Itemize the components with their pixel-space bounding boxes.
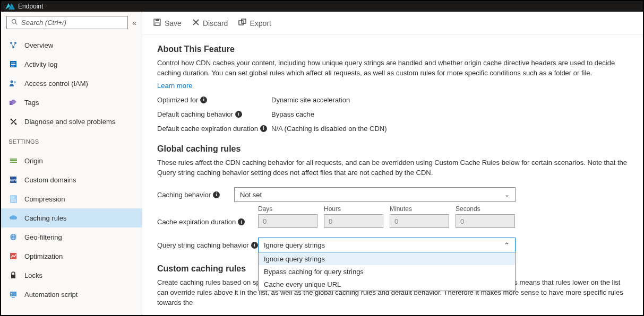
caching-behavior-select[interactable]: Not set ⌄ bbox=[234, 187, 516, 202]
optimized-for-value: Dynamic site acceleration bbox=[271, 96, 350, 104]
hours-input[interactable]: 0 bbox=[324, 214, 383, 228]
sidebar-item-label: Compression bbox=[24, 195, 65, 203]
chevron-up-icon: ⌃ bbox=[504, 241, 510, 249]
days-label: Days bbox=[258, 205, 317, 213]
locks-icon bbox=[8, 270, 18, 280]
sidebar-item-locks[interactable]: Locks bbox=[1, 266, 142, 285]
sidebar-item-label: Tags bbox=[24, 99, 39, 107]
seconds-input[interactable]: 0 bbox=[456, 214, 515, 228]
tags-icon bbox=[8, 98, 18, 107]
discard-button[interactable]: Discard bbox=[192, 19, 228, 28]
svg-point-13 bbox=[11, 81, 13, 83]
svg-rect-24 bbox=[11, 196, 16, 203]
sidebar-item-activity-log[interactable]: Activity log bbox=[1, 55, 142, 74]
sidebar-item-label: Geo-filtering bbox=[24, 233, 62, 241]
save-button[interactable]: Save bbox=[153, 18, 182, 28]
save-icon bbox=[153, 18, 161, 28]
search-placeholder: Search (Ctrl+/) bbox=[21, 19, 66, 27]
caching-behavior-value: Not set bbox=[240, 191, 262, 199]
svg-point-14 bbox=[14, 81, 16, 83]
overview-icon bbox=[8, 40, 18, 50]
app-logo-icon bbox=[5, 3, 15, 10]
svg-line-3 bbox=[15, 23, 17, 24]
sidebar-item-label: Optimization bbox=[24, 252, 63, 260]
svg-text:www: www bbox=[10, 178, 17, 182]
global-rules-title: Global caching rules bbox=[157, 144, 628, 154]
svg-rect-36 bbox=[155, 23, 159, 25]
qs-option-cache-unique[interactable]: Cache every unique URL bbox=[259, 278, 515, 291]
content-scroll[interactable]: About This Feature Control how CDN cache… bbox=[142, 35, 643, 315]
sidebar-section-settings: SETTINGS bbox=[1, 131, 142, 148]
sidebar-item-label: Access control (IAM) bbox=[24, 80, 88, 87]
qs-option-bypass[interactable]: Bypass caching for query strings bbox=[259, 265, 515, 278]
qs-caching-label: Query string caching behavior bbox=[157, 241, 249, 249]
sidebar-item-label: Automation script bbox=[24, 291, 78, 299]
chevron-down-icon: ⌄ bbox=[504, 191, 510, 198]
sidebar-item-label: Caching rules bbox=[24, 214, 67, 222]
sidebar-item-label: Locks bbox=[24, 271, 42, 279]
sidebar-item-compression[interactable]: Compression bbox=[1, 189, 142, 208]
info-icon[interactable]: i bbox=[238, 218, 245, 225]
search-input[interactable]: Search (Ctrl+/) bbox=[6, 16, 128, 29]
svg-rect-26 bbox=[11, 198, 16, 198]
learn-more-link[interactable]: Learn more bbox=[157, 82, 192, 90]
optimization-icon bbox=[8, 251, 18, 261]
sidebar-item-tags[interactable]: Tags bbox=[1, 93, 142, 112]
qs-caching-dropdown: Ignore query strings Bypass caching for … bbox=[258, 252, 516, 291]
origin-icon bbox=[8, 156, 18, 165]
sidebar-item-diagnose[interactable]: Diagnose and solve problems bbox=[1, 112, 142, 131]
sidebar-item-overview[interactable]: Overview bbox=[1, 36, 142, 55]
svg-rect-25 bbox=[11, 197, 16, 197]
export-button[interactable]: Export bbox=[238, 19, 271, 28]
info-icon[interactable]: i bbox=[260, 125, 267, 132]
activity-log-icon bbox=[8, 59, 18, 69]
collapse-sidebar-icon[interactable]: « bbox=[132, 19, 136, 27]
command-bar: Save Discard Export bbox=[142, 12, 643, 35]
svg-point-17 bbox=[10, 118, 12, 120]
qs-caching-select[interactable]: Ignore query strings ⌃ bbox=[258, 238, 516, 252]
sidebar-item-label: Overview bbox=[24, 41, 53, 49]
sidebar-item-optimization[interactable]: Optimization bbox=[1, 247, 142, 266]
info-icon[interactable]: i bbox=[213, 191, 220, 198]
days-input[interactable]: 0 bbox=[258, 214, 317, 228]
sidebar-item-automation-script[interactable]: Automation script bbox=[1, 285, 142, 304]
search-icon bbox=[11, 19, 18, 27]
seconds-label: Seconds bbox=[456, 205, 515, 213]
default-expiration-value: N/A (Caching is disabled on the CDN) bbox=[271, 125, 387, 133]
content: Save Discard Export About This Feature C… bbox=[142, 12, 643, 315]
sidebar-item-label: Custom domains bbox=[24, 176, 76, 184]
caching-behavior-label: Caching behavior bbox=[157, 191, 211, 199]
default-expiration-label: Default cache expiration duration bbox=[157, 125, 258, 133]
svg-rect-11 bbox=[11, 64, 15, 65]
global-rules-text: These rules affect the CDN caching behav… bbox=[157, 158, 628, 178]
svg-line-7 bbox=[11, 43, 13, 47]
info-icon[interactable]: i bbox=[200, 96, 207, 103]
svg-rect-33 bbox=[12, 297, 15, 298]
sidebar: Search (Ctrl+/) « Overview Activity log … bbox=[1, 12, 142, 315]
qs-caching-value: Ignore query strings bbox=[264, 241, 325, 249]
sidebar-item-caching-rules[interactable]: Caching rules bbox=[1, 208, 142, 227]
hours-label: Hours bbox=[324, 205, 383, 213]
svg-point-2 bbox=[12, 19, 16, 23]
expiration-label: Cache expiration duration bbox=[157, 218, 236, 226]
optimized-for-label: Optimized for bbox=[157, 96, 198, 104]
minutes-input[interactable]: 0 bbox=[390, 214, 449, 228]
svg-rect-21 bbox=[10, 162, 17, 163]
export-icon bbox=[238, 19, 246, 28]
info-icon[interactable]: i bbox=[251, 242, 258, 249]
svg-marker-16 bbox=[12, 100, 16, 104]
svg-rect-19 bbox=[10, 159, 17, 160]
main-layout: Search (Ctrl+/) « Overview Activity log … bbox=[1, 12, 643, 315]
qs-option-ignore[interactable]: Ignore query strings bbox=[259, 252, 515, 265]
sidebar-item-custom-domains[interactable]: www Custom domains bbox=[1, 170, 142, 189]
discard-icon bbox=[192, 19, 200, 28]
about-text: Control how CDN caches your content, inc… bbox=[157, 58, 628, 78]
export-label: Export bbox=[250, 19, 271, 28]
minutes-label: Minutes bbox=[390, 205, 449, 213]
iam-icon bbox=[8, 78, 18, 88]
sidebar-item-access-control[interactable]: Access control (IAM) bbox=[1, 74, 142, 93]
sidebar-item-origin[interactable]: Origin bbox=[1, 151, 142, 170]
sidebar-item-geo-filtering[interactable]: Geo-filtering bbox=[1, 227, 142, 247]
info-icon[interactable]: i bbox=[235, 111, 242, 118]
topbar: Endpoint bbox=[1, 1, 643, 12]
